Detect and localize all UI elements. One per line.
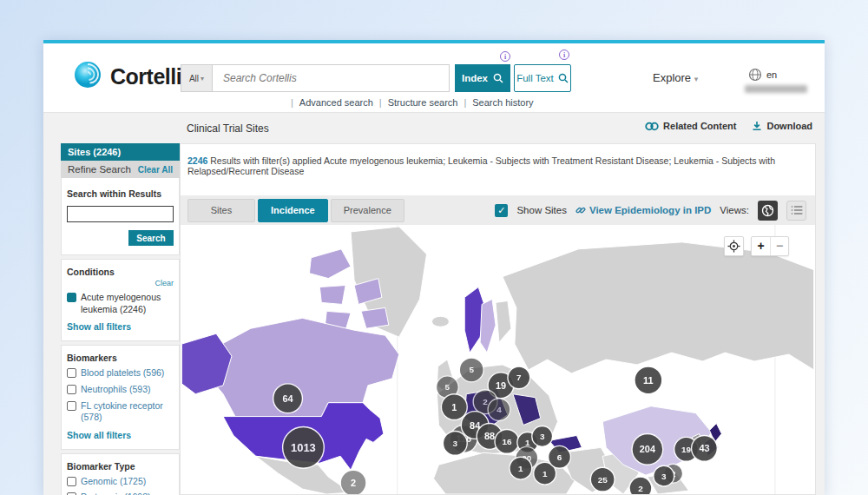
list-view-icon — [791, 205, 803, 215]
site-count-bubble[interactable]: 2 — [629, 477, 652, 494]
language-globe-icon[interactable] — [748, 68, 762, 85]
subnav-link[interactable]: Search history — [472, 97, 533, 108]
show-all-filters-link[interactable]: Show all filters — [67, 321, 174, 332]
svg-text:16: 16 — [502, 437, 512, 446]
filter-item[interactable]: Blood platelets (596) — [67, 367, 174, 380]
filter-item[interactable]: Genomic (1725) — [67, 476, 174, 488]
search-input[interactable] — [212, 64, 450, 92]
search-within-panel: Search within Results Search — [61, 178, 180, 255]
download-icon — [752, 121, 762, 131]
download-link[interactable]: Download — [752, 121, 812, 131]
site-count-bubble[interactable]: 4 — [488, 399, 510, 421]
filter-item[interactable]: Neutrophils (593) — [67, 384, 174, 396]
site-count-bubble[interactable]: 11 — [635, 366, 662, 394]
site-count-bubble[interactable]: 25 — [590, 467, 615, 492]
svg-text:64: 64 — [282, 393, 293, 404]
crosshair-icon — [727, 240, 740, 253]
show-sites-checkbox[interactable]: ✓ — [495, 204, 508, 217]
section-clear-link[interactable]: Clear — [67, 279, 174, 287]
svg-text:1: 1 — [451, 402, 457, 412]
filter-item[interactable]: Acute myelogenous leukemia (2246) — [67, 292, 174, 315]
svg-text:3: 3 — [540, 432, 545, 441]
site-count-bubble[interactable]: 16 — [495, 429, 519, 453]
filter-section: Biomarkers Blood platelets (596) Neutrop… — [61, 345, 180, 450]
site-count-bubble[interactable]: 1 — [510, 457, 532, 479]
refine-search-label: Refine Search — [68, 164, 131, 175]
view-tabs: SitesIncidencePrevalence — [187, 199, 404, 222]
related-content-icon — [645, 122, 659, 131]
filter-item[interactable]: Proteomic (1698) — [67, 492, 174, 495]
filter-checkbox[interactable] — [67, 385, 76, 394]
site-count-bubble[interactable]: 3 — [443, 431, 467, 455]
svg-text:11: 11 — [643, 375, 654, 386]
language-code[interactable]: en — [766, 69, 777, 80]
search-within-label: Search within Results — [67, 188, 174, 199]
index-search-button[interactable]: Index — [455, 64, 510, 92]
results-summary: 2246 Results with filter(s) applied Acut… — [187, 155, 815, 176]
fulltext-search-button[interactable]: Full Text — [514, 64, 571, 92]
sidebar-search-button[interactable]: Search — [128, 230, 174, 246]
subnav-link[interactable]: Structure search — [388, 97, 458, 108]
clear-all-link[interactable]: Clear All — [138, 165, 173, 175]
site-count-bubble[interactable]: 7 — [508, 366, 530, 389]
search-within-input[interactable] — [67, 206, 174, 222]
svg-text:43: 43 — [699, 443, 709, 453]
site-count-bubble[interactable]: 3 — [654, 465, 674, 486]
svg-text:204: 204 — [640, 444, 655, 454]
content-area: Clinical Trial Sites Related Content Dow… — [43, 113, 825, 495]
svg-text:19: 19 — [496, 380, 506, 391]
site-count-bubble[interactable]: 1 — [441, 394, 467, 420]
filter-checkbox[interactable] — [67, 401, 76, 411]
svg-text:5: 5 — [445, 382, 450, 392]
svg-text:25: 25 — [598, 475, 608, 485]
site-count-bubble[interactable]: 3 — [532, 426, 553, 447]
show-sites-label: Show Sites — [516, 205, 567, 215]
site-count-bubble[interactable]: 6 — [549, 446, 571, 468]
explore-menu[interactable]: Explore ▾ — [653, 71, 698, 84]
filter-section-title: Conditions — [67, 267, 174, 277]
tab-sites[interactable]: Sites — [187, 199, 255, 222]
results-card: 2246 Results with filter(s) applied Acut… — [180, 143, 816, 495]
list-view-button[interactable] — [786, 201, 806, 221]
svg-text:2: 2 — [351, 478, 356, 488]
site-count-bubble[interactable]: 1013 — [283, 427, 325, 469]
svg-text:7: 7 — [516, 373, 522, 382]
svg-text:3: 3 — [661, 472, 667, 481]
tab-prevalence[interactable]: Prevalence — [331, 199, 404, 222]
svg-text:2: 2 — [638, 484, 643, 493]
site-count-bubble[interactable]: 5 — [459, 358, 483, 382]
filter-checkbox[interactable] — [67, 477, 76, 486]
index-info-icon[interactable]: i — [500, 51, 510, 62]
filter-checkbox[interactable] — [67, 293, 76, 302]
filter-section-title: Biomarker Type — [67, 461, 174, 472]
svg-text:1: 1 — [542, 469, 548, 478]
header: Cortellis™ All▾ Index Full Text i i Expl… — [43, 43, 825, 113]
map-locate-button[interactable] — [724, 236, 744, 256]
fulltext-info-icon[interactable]: i — [559, 50, 569, 60]
map-zoom-out-button[interactable]: − — [770, 237, 788, 255]
site-count-bubble[interactable]: 204 — [632, 433, 663, 465]
related-content-link[interactable]: Related Content — [645, 121, 736, 131]
filter-section-title: Biomarkers — [67, 353, 174, 363]
site-count-bubble[interactable]: 64 — [273, 384, 303, 413]
filter-item[interactable]: FL cytokine receptor (578) — [67, 400, 174, 424]
search-subnav: |Advanced search|Structure search|Search… — [285, 97, 534, 108]
site-count-bubble[interactable]: 2 — [340, 470, 366, 494]
subnav-link[interactable]: Advanced search — [299, 97, 373, 108]
map-toolbar: SitesIncidencePrevalence ✓ Show Sites Vi… — [181, 195, 815, 225]
map-zoom-in-button[interactable]: + — [752, 237, 770, 255]
tab-incidence[interactable]: Incidence — [258, 199, 328, 222]
site-count-bubble[interactable]: 43 — [692, 435, 718, 461]
view-epidemiology-link[interactable]: View Epidemiology in IPD — [575, 205, 711, 215]
sidebar-filters: Sites (2246) Refine Search Clear All Sea… — [61, 143, 180, 495]
page-title: Clinical Trial Sites — [187, 122, 269, 135]
search-icon — [558, 73, 569, 83]
map-view-button[interactable] — [758, 201, 778, 221]
filter-checkbox[interactable] — [67, 368, 76, 378]
show-all-filters-link[interactable]: Show all filters — [67, 430, 174, 440]
world-map[interactable]: + − — [181, 225, 815, 494]
views-label: Views: — [720, 205, 749, 215]
filter-section: ConditionsClear Acute myelogenous leukem… — [61, 259, 180, 341]
search-scope-dropdown[interactable]: All▾ — [181, 64, 212, 92]
svg-text:88: 88 — [484, 431, 495, 441]
